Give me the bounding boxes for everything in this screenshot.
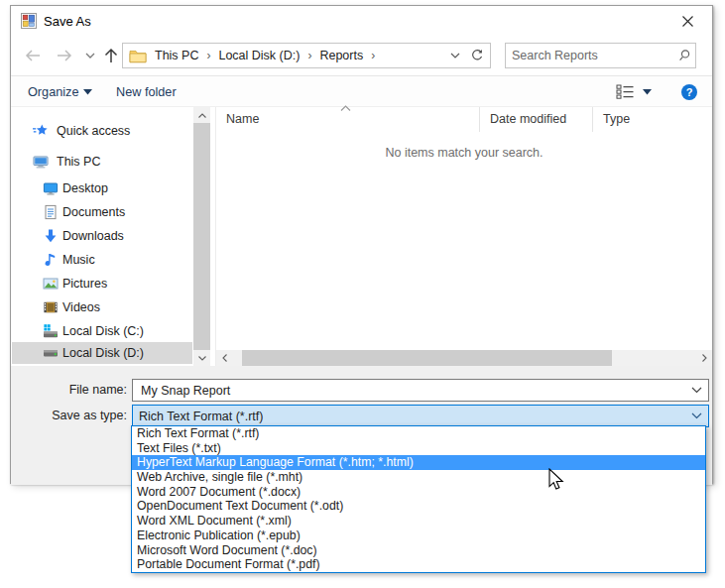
address-dropdown-button[interactable] — [450, 49, 460, 62]
scroll-right-button[interactable] — [696, 350, 712, 366]
breadcrumb-item[interactable]: This PC — [153, 49, 200, 62]
save-as-type-value: Rich Text Format (*.rtf) — [139, 410, 691, 423]
refresh-icon — [470, 49, 484, 62]
sidebar-item-label: Local Disk (D:) — [62, 346, 144, 360]
scrollbar-thumb[interactable] — [193, 123, 210, 350]
chevron-right-icon — [702, 354, 707, 362]
chevron-down-icon — [198, 356, 206, 361]
search-box — [505, 43, 696, 68]
empty-folder-message: No items match your search. — [216, 146, 712, 160]
views-button[interactable] — [616, 76, 635, 107]
close-icon — [681, 15, 694, 28]
sidebar-item-pictures[interactable]: Pictures — [12, 273, 192, 294]
chevron-up-icon — [198, 113, 206, 118]
new-folder-button[interactable]: New folder — [116, 76, 177, 107]
quick-access-icon — [33, 123, 49, 139]
chevron-down-icon[interactable] — [691, 412, 702, 419]
save-as-dialog: Save As — [10, 5, 713, 484]
sidebar-item-label: Quick access — [57, 124, 130, 138]
sidebar-scrollbar[interactable] — [193, 107, 210, 366]
mouse-cursor — [548, 468, 565, 495]
sidebar-item-label: Documents — [62, 205, 125, 219]
sidebar-item-label: Downloads — [62, 229, 124, 243]
address-bar[interactable]: This PC›Local Disk (D:)›Reports› — [122, 43, 465, 68]
save-as-type-combobox[interactable]: Rich Text Format (*.rtf) — [132, 405, 709, 427]
chevron-down-icon — [450, 53, 460, 59]
chevron-left-icon — [222, 354, 227, 362]
navigation-pane: Quick accessThis PCDesktopDocumentsDownl… — [11, 107, 193, 366]
scrollbar-thumb[interactable] — [242, 350, 612, 366]
app-icon — [21, 13, 37, 29]
file-type-option[interactable]: Text Files (*.txt) — [132, 441, 705, 456]
sidebar-item-quick-access[interactable]: Quick access — [12, 120, 192, 142]
file-type-option[interactable]: Portable Document Format (*.pdf) — [132, 557, 705, 572]
command-toolbar: Organize New folder ? — [11, 75, 712, 107]
close-button[interactable] — [670, 8, 704, 34]
history-dropdown-button[interactable] — [84, 52, 96, 60]
save-as-type-label: Save as type: — [11, 405, 127, 427]
chevron-down-icon — [643, 89, 652, 95]
file-type-dropdown: Rich Text Format (*.rtf)Text Files (*.tx… — [131, 425, 706, 573]
file-name-label: File name: — [11, 379, 127, 402]
scroll-left-button[interactable] — [216, 350, 232, 366]
back-arrow-icon — [24, 49, 42, 62]
videos-icon — [43, 299, 59, 315]
file-name-input[interactable] — [139, 383, 691, 399]
organize-button[interactable]: Organize — [28, 76, 92, 107]
chevron-down-icon[interactable] — [691, 387, 702, 394]
column-header-date-modified[interactable]: Date modified — [480, 107, 593, 132]
file-type-option[interactable]: Rich Text Format (*.rtf) — [132, 426, 705, 441]
help-button[interactable]: ? — [681, 76, 697, 107]
sidebar-item-downloads[interactable]: Downloads — [12, 225, 192, 247]
search-icon[interactable] — [673, 49, 695, 62]
file-type-option[interactable]: Word XML Document (*.xml) — [132, 514, 705, 529]
chevron-down-icon — [83, 89, 92, 95]
file-name-combobox[interactable] — [132, 379, 709, 402]
new-folder-label: New folder — [116, 85, 177, 99]
forward-arrow-icon — [56, 49, 73, 62]
sort-ascending-icon[interactable] — [340, 101, 351, 115]
breadcrumb-separator[interactable]: › — [200, 49, 216, 62]
drive-c-icon — [43, 323, 59, 339]
file-type-option[interactable]: Web Archive, single file (*.mht) — [132, 470, 705, 485]
sidebar-item-desktop[interactable]: Desktop — [12, 177, 192, 199]
breadcrumb-separator[interactable]: › — [302, 49, 317, 62]
sidebar-item-music[interactable]: Music — [12, 249, 192, 271]
file-type-option[interactable]: HyperText Markup Language Format (*.htm;… — [132, 455, 705, 470]
breadcrumb-item[interactable]: Reports — [317, 49, 365, 62]
file-type-option[interactable]: OpenDocument Text Document (*.odt) — [132, 499, 705, 514]
refresh-button[interactable] — [464, 43, 491, 68]
music-icon — [43, 252, 59, 268]
scroll-up-button[interactable] — [193, 107, 210, 123]
breadcrumb: This PC›Local Disk (D:)›Reports› — [153, 49, 450, 62]
sidebar-item-label: Desktop — [62, 181, 108, 195]
sidebar-item-local-disk-d[interactable]: Local Disk (D:) — [12, 342, 192, 364]
file-type-option[interactable]: Word 2007 Document (*.docx) — [132, 485, 705, 500]
sidebar-item-this-pc[interactable]: This PC — [12, 151, 192, 173]
drive-d-icon — [43, 345, 59, 361]
navigation-bar: This PC›Local Disk (D:)›Reports› — [11, 36, 712, 75]
breadcrumb-separator[interactable]: › — [365, 49, 381, 62]
this-pc-icon — [33, 154, 49, 170]
search-input[interactable] — [506, 49, 673, 62]
up-button[interactable] — [102, 46, 120, 65]
back-button[interactable] — [23, 48, 43, 63]
forward-button[interactable] — [55, 48, 74, 63]
breadcrumb-item[interactable]: Local Disk (D:) — [216, 49, 302, 62]
sidebar-item-local-disk-c[interactable]: Local Disk (C:) — [12, 320, 192, 342]
sidebar-item-documents[interactable]: Documents — [12, 201, 192, 223]
up-arrow-icon — [103, 47, 119, 64]
views-list-icon — [616, 84, 635, 99]
documents-icon — [43, 204, 59, 220]
chevron-down-icon — [85, 53, 95, 59]
sidebar-item-label: This PC — [57, 155, 100, 169]
pictures-icon — [43, 276, 59, 292]
scroll-down-button[interactable] — [193, 350, 210, 366]
views-dropdown-button[interactable] — [643, 76, 652, 107]
file-type-option[interactable]: Electronic Publication (*.epub) — [132, 529, 705, 543]
folder-icon — [129, 49, 147, 63]
file-type-option[interactable]: Microsoft Word Document (*.doc) — [132, 543, 705, 558]
column-header-type[interactable]: Type — [593, 107, 712, 132]
sidebar-item-videos[interactable]: Videos — [12, 296, 192, 318]
file-list-horizontal-scrollbar[interactable] — [216, 350, 712, 366]
